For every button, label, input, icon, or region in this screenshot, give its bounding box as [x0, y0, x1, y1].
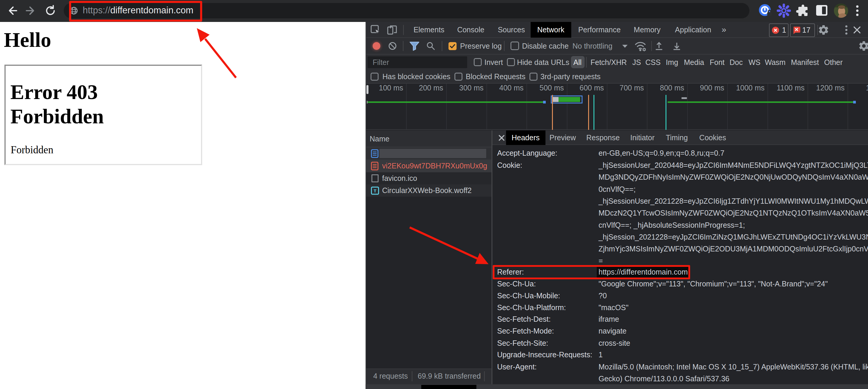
svg-text:T: T: [374, 188, 376, 193]
